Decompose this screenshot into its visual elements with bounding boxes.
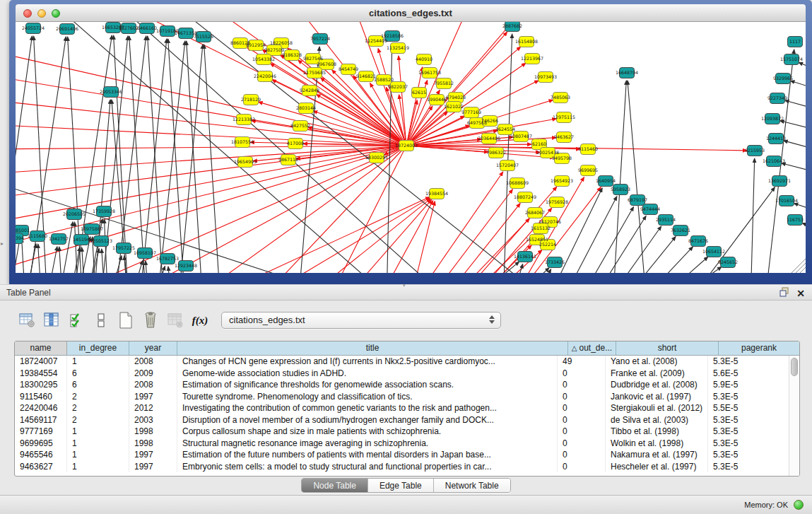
memory-status-indicator[interactable] — [794, 500, 804, 510]
float-panel-icon[interactable] — [779, 287, 789, 300]
cell-in_degree[interactable]: 1 — [67, 426, 129, 438]
table-row[interactable]: 969969511998Structural magnetic resonanc… — [15, 438, 789, 450]
cell-name[interactable]: 9699695 — [15, 438, 67, 450]
cell-pagerank[interactable]: 5.3E-5 — [708, 414, 789, 426]
column-header-short[interactable]: short — [616, 341, 719, 355]
cell-name[interactable]: 9465546 — [15, 449, 67, 461]
cell-name[interactable]: 19384554 — [15, 368, 67, 380]
cell-short[interactable]: Jankovic et al. (1997) — [606, 391, 708, 403]
cell-short[interactable]: Hescheler et al. (1997) — [606, 461, 708, 473]
cell-pagerank[interactable]: 5.3E-5 — [708, 461, 789, 473]
network-graph[interactable]: 2405572420691406106532871527602646616010… — [16, 22, 806, 273]
table-row[interactable]: 946362711997Embryonic stem cells: a mode… — [15, 461, 789, 473]
cell-year[interactable]: 2008 — [129, 379, 177, 391]
cell-short[interactable]: Stergiakouli et al. (2012) — [606, 402, 708, 414]
cell-short[interactable]: Dudbridge et al. (2008) — [606, 379, 708, 391]
cell-title[interactable]: Corpus callosum shape and size in male p… — [177, 426, 558, 438]
cell-pagerank[interactable]: 5.3E-5 — [708, 426, 789, 438]
tab-node-table[interactable]: Node Table — [302, 479, 368, 492]
function-builder-icon[interactable]: f(x) — [191, 311, 209, 329]
cell-year[interactable]: 1997 — [129, 461, 177, 473]
table-row[interactable]: 1872400712008Changes of HCN gene express… — [15, 356, 789, 368]
close-panel-icon[interactable]: ✕ — [796, 288, 805, 298]
cell-name[interactable]: 9115460 — [15, 391, 67, 403]
table-row[interactable]: 911546021997Tourette syndrome. Phenomeno… — [15, 391, 789, 403]
table-row[interactable]: 1456911722003Disruption of a novel membe… — [15, 414, 789, 426]
show-columns-icon[interactable] — [42, 311, 61, 329]
cell-in_degree[interactable]: 2 — [67, 391, 129, 403]
cell-title[interactable]: Structural magnetic resonance image aver… — [177, 438, 558, 450]
split-divider-handle[interactable]: ▾ — [403, 283, 406, 288]
cell-in_degree[interactable]: 2 — [67, 414, 129, 426]
column-header-name[interactable]: name — [15, 341, 67, 355]
cell-in_degree[interactable]: 2 — [67, 402, 129, 414]
cell-name[interactable]: 9777169 — [15, 426, 67, 438]
table-row[interactable]: 2242004622012Investigating the contribut… — [15, 402, 789, 414]
delete-column-icon[interactable] — [141, 311, 160, 329]
cell-title[interactable]: Investigating the contribution of common… — [177, 402, 558, 414]
cell-year[interactable]: 1998 — [129, 426, 177, 438]
scrollbar-thumb[interactable] — [791, 358, 798, 376]
cell-year[interactable]: 1998 — [129, 438, 177, 450]
cell-short[interactable]: Franke et al. (2009) — [606, 368, 708, 380]
tab-edge-table[interactable]: Edge Table — [368, 479, 434, 492]
table-row[interactable]: 977716911998Corpus callosum shape and si… — [15, 426, 789, 438]
column-header-year[interactable]: year — [129, 341, 177, 355]
cell-in_degree[interactable]: 6 — [67, 379, 129, 391]
cell-name[interactable]: 18724007 — [15, 356, 67, 368]
table-mode-icon[interactable] — [18, 311, 36, 329]
rows-icon[interactable] — [92, 311, 110, 329]
cell-in_degree[interactable]: 6 — [67, 368, 129, 380]
cell-short[interactable]: Yano et al. (2008) — [606, 356, 708, 368]
window-titlebar[interactable]: citations_edges.txt — [16, 4, 806, 22]
cell-out_de[interactable]: 0 — [558, 414, 606, 426]
column-header-pagerank[interactable]: pagerank — [719, 341, 799, 355]
tab-network-table[interactable]: Network Table — [434, 479, 510, 492]
cell-year[interactable]: 2003 — [129, 414, 177, 426]
cell-pagerank[interactable]: 5.3E-5 — [708, 391, 789, 403]
cell-in_degree[interactable]: 1 — [67, 461, 129, 473]
network-canvas[interactable]: 2405572420691406106532871527602646616010… — [16, 22, 806, 273]
cell-year[interactable]: 2012 — [129, 402, 177, 414]
cell-short[interactable]: de Silva et al. (2003) — [606, 414, 708, 426]
cell-pagerank[interactable]: 5.3E-5 — [708, 356, 789, 368]
cell-in_degree[interactable]: 1 — [67, 449, 129, 461]
cell-short[interactable]: Tibbo et al. (1998) — [606, 426, 708, 438]
cell-pagerank[interactable]: 5.5E-5 — [708, 402, 789, 414]
cell-out_de[interactable]: 0 — [558, 449, 606, 461]
cell-out_de[interactable]: 0 — [558, 368, 606, 380]
new-column-icon[interactable] — [117, 311, 135, 329]
cell-name[interactable]: 22420046 — [15, 402, 67, 414]
cell-year[interactable]: 2009 — [129, 368, 177, 380]
cell-out_de[interactable]: 0 — [558, 402, 606, 414]
delete-table-icon[interactable] — [166, 311, 184, 329]
cell-title[interactable]: Estimation of the future numbers of pati… — [177, 449, 558, 461]
panel-collapse-arrow-icon[interactable]: ▸ — [1, 240, 4, 247]
cell-year[interactable]: 1997 — [129, 449, 177, 461]
cell-pagerank[interactable]: 5.6E-5 — [708, 368, 789, 380]
table-row[interactable]: 946554611997Estimation of the future num… — [15, 449, 789, 461]
cell-short[interactable]: Nakamura et al. (1997) — [606, 449, 708, 461]
cell-year[interactable]: 2008 — [129, 356, 177, 368]
table-row[interactable]: 1830029562008Estimation of significance … — [15, 379, 789, 391]
table-scrollbar[interactable] — [789, 356, 799, 476]
column-header-in_degree[interactable]: in_degree — [67, 341, 129, 355]
table-selector-dropdown[interactable]: citations_edges.txt — [221, 312, 501, 329]
cell-short[interactable]: Wolkin et al. (1998) — [606, 438, 708, 450]
cell-out_de[interactable]: 49 — [558, 356, 606, 368]
cell-in_degree[interactable]: 1 — [67, 356, 129, 368]
column-header-out_de[interactable]: △out_de... — [568, 341, 616, 355]
cell-title[interactable]: Estimation of significance thresholds fo… — [177, 379, 558, 391]
cell-title[interactable]: Genome-wide association studies in ADHD. — [177, 368, 558, 380]
cell-out_de[interactable]: 0 — [558, 438, 606, 450]
cell-title[interactable]: Embryonic stem cells: a model to study s… — [177, 461, 558, 473]
cell-title[interactable]: Tourette syndrome. Phenomenology and cla… — [177, 391, 558, 403]
cell-name[interactable]: 14569117 — [15, 414, 67, 426]
cell-name[interactable]: 9463627 — [15, 461, 67, 473]
cell-pagerank[interactable]: 5.9E-5 — [708, 379, 789, 391]
cell-title[interactable]: Changes of HCN gene expression and I(f) … — [177, 356, 558, 368]
resize-grip-icon[interactable] — [792, 259, 806, 273]
cell-in_degree[interactable]: 1 — [67, 438, 129, 450]
cell-pagerank[interactable]: 5.3E-5 — [708, 438, 789, 450]
select-all-icon[interactable] — [67, 311, 86, 329]
